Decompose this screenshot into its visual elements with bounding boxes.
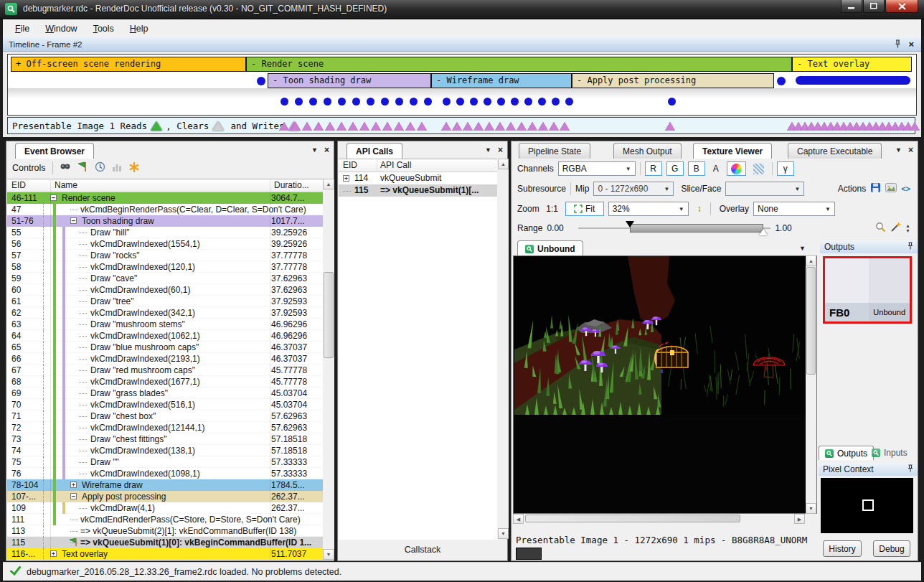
usage-write-triangle[interactable] [560,122,570,131]
event-row[interactable]: 113=> vkQueueSubmit(2)[1]: vkEndCommandB… [7,525,323,537]
pixel-context-header[interactable]: Pixel Context [819,463,918,476]
timeline-bar[interactable]: - Apply post processing [572,73,774,88]
flip-y-button[interactable]: ↕ [693,202,706,216]
zoom-fit-button[interactable]: Fit [565,202,604,216]
tab-api-calls[interactable]: API Calls [346,143,402,159]
usage-write-triangle[interactable] [336,122,346,131]
usage-write-triangle[interactable] [484,122,494,131]
timeline-close-icon[interactable]: × [908,39,914,50]
channel-a-button[interactable]: A [710,161,722,176]
draw-event-dot[interactable] [257,77,265,85]
panel-menu-icon[interactable]: ▼ [311,146,318,154]
collapse-icon[interactable]: – [50,194,57,201]
range-zoom-icon[interactable] [875,222,886,235]
range-slider-bar[interactable] [630,224,763,233]
usage-write-triangle[interactable] [463,122,473,131]
event-row[interactable]: 115=> vkQueueSubmit(1)[0]: vkBeginComman… [7,537,323,548]
event-row[interactable]: 107-...–Apply post processing262.37... [7,491,323,502]
draw-event-dot[interactable] [777,77,786,85]
menu-item-file[interactable]: File [9,22,36,36]
jump-to-event-flag-icon[interactable] [77,161,88,174]
timeline-bar[interactable]: - Render scene [246,57,792,72]
texture-vscrollbar[interactable]: ▲ ▼ [806,255,816,514]
expand-icon[interactable]: + [343,175,349,182]
draw-event-dot[interactable] [511,98,519,105]
event-row[interactable]: 111vkCmdEndRenderPass(C=Store, D=Store, … [7,514,323,525]
pin-icon[interactable] [908,242,913,252]
draw-event-dot[interactable] [565,98,573,105]
bookmark-asterisk-icon[interactable] [128,161,140,175]
stats-icon[interactable] [112,162,122,174]
draw-event-dot[interactable] [443,98,451,105]
draw-event-dot[interactable] [395,98,403,105]
draw-event-dot[interactable] [456,98,464,105]
usage-write-triangle[interactable] [495,122,505,131]
usage-write-triangle[interactable] [291,122,301,131]
draw-event-dot[interactable] [484,98,491,105]
event-row[interactable]: 69Draw "grass blades"45.03704 [7,388,323,399]
gamma-button[interactable]: γ [777,161,794,176]
channels-select[interactable]: RGBA▼ [558,161,636,176]
draw-event-dot[interactable] [497,98,505,105]
timeline-bar[interactable]: + Off-screen scene rendering [11,57,246,72]
mip-select[interactable]: 0 - 1272x690▼ [593,182,674,196]
draw-event-dot[interactable] [338,98,346,105]
channel-g-button[interactable]: G [666,161,684,176]
timeline-bar[interactable]: - Wireframe draw [431,73,572,88]
usage-write-triangle[interactable] [314,122,324,131]
menu-item-help[interactable]: Help [123,22,155,36]
timeline-header[interactable]: Timeline - Frame #2 × [3,37,921,52]
menu-item-tools[interactable]: Tools [87,22,121,36]
usage-write-triangle[interactable] [325,122,335,131]
event-row[interactable]: 58vkCmdDrawIndexed(120,1)37.77778 [7,261,323,273]
event-browser-scrollbar[interactable]: ▲ ▼ [323,179,334,560]
usage-write-triangle[interactable] [348,122,358,131]
event-row[interactable]: 109vkCmdDraw(4,1)262.37... [7,502,323,514]
open-code-icon[interactable]: <> [901,184,910,193]
tab-inputs[interactable]: Inputs [866,446,913,460]
event-row[interactable]: 72vkCmdDrawIndexed(12144,1)57.62963 [7,422,323,433]
event-row[interactable]: 51-76–Toon shading draw1017.7... [7,215,323,227]
event-row[interactable]: 59Draw "cave"37.62963 [7,273,323,284]
timeline-bar[interactable]: - Text overlay [792,57,912,72]
collapse-icon[interactable]: – [70,217,77,224]
event-row[interactable]: 47vkCmdBeginRenderPass(C=Clear, D=Clear,… [7,204,323,215]
pixel-context-view[interactable] [821,478,913,533]
event-row[interactable]: 65Draw "blue mushroom caps"46.37037 [7,342,323,353]
api-call-row[interactable]: +114vkQueueSubmit [339,172,497,184]
autofit-wand-icon[interactable] [890,222,901,235]
usage-write-triangle[interactable] [527,122,537,131]
outputs-header[interactable]: Outputs [820,240,918,253]
range-slider[interactable] [578,221,770,235]
event-row[interactable]: 46-111–Render scene3064.7... [7,192,323,204]
usage-write-triangle[interactable] [452,122,462,131]
draw-event-dot[interactable] [381,98,389,105]
panel-menu-icon[interactable]: ▼ [895,146,902,154]
tab-capture-executable[interactable]: Capture Executable [788,143,882,159]
usage-write-triangle[interactable] [405,122,415,131]
event-row[interactable]: 75Draw ""57.33333 [7,456,323,468]
range-black-handle[interactable] [626,221,634,227]
current-event-bar[interactable] [796,76,910,85]
timeline-bar[interactable]: - Toon shading draw [268,73,431,88]
usage-write-triangle[interactable] [279,122,289,131]
usage-write-triangle[interactable] [302,122,312,131]
tab-event-browser[interactable]: Event Browser [15,143,94,159]
panel-menu-icon[interactable]: ▼ [485,146,491,154]
color-wheel-button[interactable] [727,161,746,176]
event-row[interactable]: 71Draw "chest box"57.62963 [7,410,323,422]
debug-button[interactable]: Debug [873,540,910,557]
panel-close-icon[interactable]: × [324,145,329,155]
usage-write-triangle[interactable] [517,122,527,131]
usage-write-triangle[interactable] [538,122,548,131]
scrollbar-thumb[interactable] [324,272,334,358]
minimize-button[interactable] [841,0,862,13]
draw-event-dot[interactable] [352,98,360,105]
show-times-clock-icon[interactable] [95,161,105,174]
draw-event-dot[interactable] [424,98,432,105]
output-thumbnail-fb0[interactable]: FB0 Unbound [823,256,912,324]
channel-b-button[interactable]: B [688,161,705,176]
close-button[interactable] [885,0,918,13]
event-row[interactable]: 70vkCmdDrawIndexed(516,1)45.03704 [7,399,323,410]
pin-icon[interactable] [895,39,901,50]
